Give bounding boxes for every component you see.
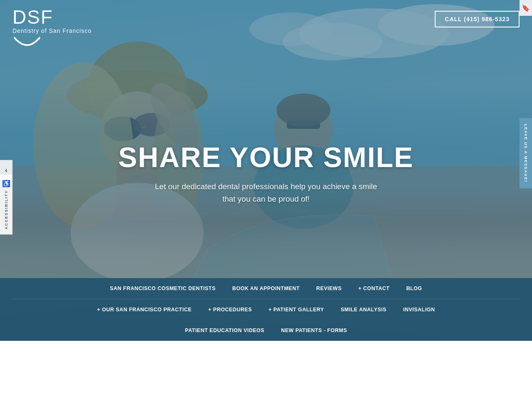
nav-patient-gallery[interactable]: + PATIENT GALLERY: [260, 299, 332, 320]
bookmark-tab[interactable]: 🔖: [520, 0, 532, 16]
logo-smile-icon: [12, 36, 42, 50]
nav-patient-education[interactable]: PATIENT EDUCATION VIDEOS: [177, 320, 273, 341]
accessibility-tab[interactable]: ♿ ACCESSIBILITY: [0, 175, 12, 234]
call-button[interactable]: CALL (415) 986-5323: [435, 11, 520, 27]
accessibility-label: ACCESSIBILITY: [4, 190, 8, 229]
header: DSF Dentistry of San Francisco CALL (415…: [0, 0, 532, 50]
hero-section: DSF Dentistry of San Francisco CALL (415…: [0, 0, 532, 341]
nav-row-1: SAN FRANCISCO COSMETIC DENTISTS BOOK AN …: [12, 278, 520, 299]
nav-row-3: PATIENT EDUCATION VIDEOS NEW PATIENTS - …: [12, 320, 520, 341]
bookmark-icon: 🔖: [522, 4, 530, 12]
nav-sf-practice[interactable]: + OUR SAN FRANCISCO PRACTICE: [89, 299, 200, 320]
nav-smile-analysis[interactable]: SMILE ANALYSIS: [332, 299, 395, 320]
chevron-left-icon: ‹: [5, 167, 7, 174]
nav-row-2: + OUR SAN FRANCISCO PRACTICE + PROCEDURE…: [12, 299, 520, 320]
leave-message-tab[interactable]: Leave us a message!: [520, 118, 532, 188]
hero-title: SHARE YOUR SMILE: [100, 142, 432, 173]
nav-book-appointment[interactable]: BOOK AN APPOINTMENT: [224, 278, 308, 299]
logo-area: DSF Dentistry of San Francisco: [12, 7, 91, 50]
nav-bottom: SAN FRANCISCO COSMETIC DENTISTS BOOK AN …: [0, 278, 532, 341]
logo-dsf[interactable]: DSF: [12, 7, 53, 27]
hero-subtitle: Let our dedicated dental professionals h…: [100, 180, 432, 206]
nav-new-patients[interactable]: NEW PATIENTS - FORMS: [273, 320, 355, 341]
nav-invisalign[interactable]: INVISALIGN: [395, 299, 443, 320]
leave-message-label: Leave us a message!: [524, 124, 528, 182]
nav-blog[interactable]: BLOG: [398, 278, 430, 299]
nav-cosmetic-dentists[interactable]: SAN FRANCISCO COSMETIC DENTISTS: [101, 278, 224, 299]
hero-subtitle-line1: Let our dedicated dental professionals h…: [155, 182, 377, 191]
nav-reviews[interactable]: REVIEWS: [308, 278, 350, 299]
nav-procedures[interactable]: + PROCEDURES: [200, 299, 260, 320]
hero-subtitle-line2: that you can be proud of!: [222, 195, 310, 203]
nav-contact[interactable]: + CONTACT: [350, 278, 398, 299]
logo-tagline: Dentistry of San Francisco: [12, 27, 91, 34]
hero-content: SHARE YOUR SMILE Let our dedicated denta…: [100, 142, 432, 206]
accessibility-icon: ♿: [2, 180, 11, 187]
